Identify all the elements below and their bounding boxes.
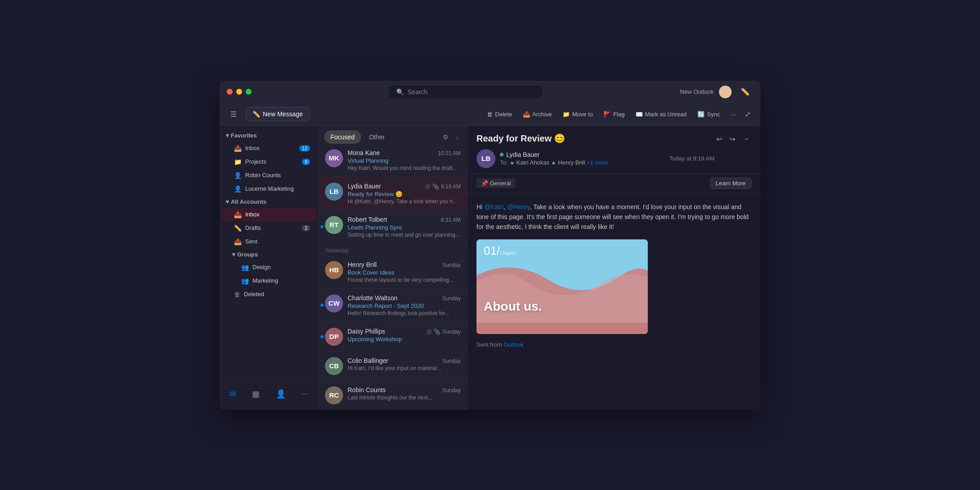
- other-tab[interactable]: Other: [363, 130, 391, 144]
- message-item[interactable]: MK Mona Kane 10:21 AM Virtual Planning H…: [319, 144, 467, 177]
- sent-icon: 📤: [234, 238, 242, 245]
- message-content: Mona Kane 10:21 AM Virtual Planning Hey …: [348, 149, 461, 171]
- archive-button[interactable]: 📥 Archive: [518, 108, 556, 120]
- archive-icon: 📥: [523, 111, 530, 118]
- message-time: Sunday: [442, 358, 461, 364]
- compose-icon-btn[interactable]: ✏️: [737, 85, 753, 99]
- message-time: Sunday: [442, 387, 461, 394]
- toolbar: ☰ ✏️ New Message 🗑 Delete 📥 Archive 📁 Mo…: [220, 103, 760, 126]
- message-content: Daisy Phillips @ 📎 Sunday Upcoming Works…: [348, 328, 461, 346]
- mail-nav-button[interactable]: ✉: [226, 385, 240, 403]
- learn-more-button[interactable]: Learn More: [710, 178, 751, 189]
- delete-icon: 🗑: [487, 111, 493, 118]
- reply-back-button[interactable]: ↩: [714, 133, 724, 145]
- mark-unread-button[interactable]: ✉️ Mark as Unread: [631, 108, 691, 120]
- message-item[interactable]: CW Charlotte Waltson Sunday Research Rep…: [319, 289, 467, 322]
- groups-label: Groups: [237, 251, 258, 258]
- reply-all-button[interactable]: ↪: [728, 133, 737, 145]
- message-header: Colin Ballinger Sunday: [348, 357, 461, 364]
- sync-button[interactable]: 🔄 Sync: [693, 108, 724, 120]
- calendar-nav-button[interactable]: ▦: [248, 385, 263, 403]
- sidebar-item-deleted[interactable]: 🗑 Deleted: [221, 288, 316, 301]
- message-preview: Last minute thoughts our the next...: [348, 394, 461, 401]
- sidebar-item-robin[interactable]: 👤 Robin Counts: [221, 169, 316, 182]
- contacts-nav-button[interactable]: 👤: [272, 385, 289, 403]
- message-item[interactable]: HB Henry Brill Sunday Book Cover Ideas F…: [319, 256, 467, 289]
- minimize-button[interactable]: [236, 89, 242, 95]
- sidebar-item-drafts[interactable]: ✏️ Drafts 2: [221, 222, 316, 234]
- message-header: Charlotte Waltson Sunday: [348, 294, 461, 302]
- title-search-area: 🔍 Search: [252, 86, 680, 98]
- user-avatar[interactable]: [719, 86, 732, 98]
- message-item[interactable]: DP Daisy Phillips @ 📎 Sunday Upcoming Wo…: [319, 322, 467, 352]
- maximize-button[interactable]: [246, 89, 252, 95]
- design-group-icon: 👥: [241, 264, 249, 271]
- search-icon: 🔍: [396, 88, 404, 96]
- chapter-number: 01/ Chapter: [484, 245, 516, 256]
- more-actions-button[interactable]: ···: [726, 108, 740, 120]
- all-inbox-label: Inbox: [245, 211, 310, 218]
- all-accounts-section[interactable]: ▾ All Accounts: [220, 196, 318, 208]
- groups-section[interactable]: ▾ Groups: [220, 248, 318, 261]
- outlook-link[interactable]: Outlook: [504, 341, 524, 348]
- hamburger-menu[interactable]: ☰: [227, 107, 240, 121]
- marketing-group-icon: 👥: [241, 277, 249, 284]
- message-icons: @ 📎 9:19 AM: [425, 183, 461, 190]
- message-item[interactable]: CB Colin Ballinger Sunday Hi Katri, I'd …: [319, 352, 467, 381]
- more-recipients-link[interactable]: +1 more: [586, 159, 608, 166]
- forward-button[interactable]: →: [741, 133, 751, 145]
- tab-icon-group: ⚙ ↓: [440, 132, 462, 142]
- move-icon: 📁: [563, 111, 570, 118]
- message-time: Sunday: [442, 329, 461, 335]
- search-bar[interactable]: 🔍 Search: [389, 86, 542, 98]
- projects-label: Projects: [245, 158, 298, 165]
- search-placeholder: Search: [408, 88, 427, 96]
- sidebar-item-lucerne[interactable]: 👤 Lucerne Marketing: [221, 183, 316, 195]
- flag-button[interactable]: 🚩 Flag: [599, 108, 629, 120]
- message-content: Henry Brill Sunday Book Cover Ideas Foun…: [348, 261, 461, 283]
- more-nav-button[interactable]: ···: [298, 385, 312, 403]
- sidebar-item-design[interactable]: 👥 Design: [221, 261, 316, 274]
- katri-name: Katri Ahokas: [517, 159, 550, 166]
- message-time: Sunday: [442, 262, 461, 268]
- focused-tab[interactable]: Focused: [324, 130, 361, 144]
- delete-button[interactable]: 🗑 Delete: [482, 108, 517, 120]
- move-to-button[interactable]: 📁 Move to: [558, 108, 597, 120]
- message-content: Lydia Bauer @ 📎 9:19 AM Ready for Review…: [348, 183, 461, 205]
- avatar: RC: [325, 386, 343, 404]
- message-item[interactable]: LB Lydia Bauer @ 📎 9:19 AM Ready for Rev…: [319, 177, 467, 211]
- inbox-badge: 12: [299, 145, 310, 151]
- new-message-label: New Message: [263, 110, 303, 118]
- email-timestamp: Today at 9:19 AM: [669, 155, 714, 162]
- sender-info: Lydia Bauer To: Katri Ahokas Henry Brill…: [500, 151, 665, 166]
- sidebar-item-all-inbox[interactable]: 📥 Inbox: [221, 208, 316, 221]
- avatar: CW: [325, 294, 343, 312]
- chapter-number-text: 01/: [484, 245, 500, 256]
- mention-henry: @Henry: [507, 203, 530, 211]
- favorites-section[interactable]: ▾ Favorites: [220, 129, 318, 142]
- image-card: 01/ Chapter About us.: [476, 239, 648, 334]
- expand-button[interactable]: ⤢: [742, 107, 753, 121]
- sender-name: Robert Tolbert: [348, 216, 387, 223]
- message-items: MK Mona Kane 10:21 AM Virtual Planning H…: [319, 144, 467, 410]
- message-subject: Upcoming Workshop: [348, 336, 461, 343]
- projects-badge: 8: [302, 159, 310, 165]
- message-item[interactable]: RT Robert Tolbert 8:31 AM Leads Planning…: [319, 211, 467, 244]
- marketing-label: Marketing: [252, 277, 310, 284]
- sent-from-line: Sent from Outlook: [476, 341, 751, 348]
- new-message-button[interactable]: ✏️ New Message: [246, 107, 310, 121]
- avatar: DP: [325, 328, 343, 346]
- sidebar-item-marketing[interactable]: 👥 Marketing: [221, 275, 316, 287]
- email-meta: LB Lydia Bauer To: Katri Ahokas: [476, 149, 714, 168]
- tag-pin-icon: 📌: [481, 180, 488, 187]
- sort-icon-btn[interactable]: ↓: [453, 132, 462, 142]
- filter-icon-btn[interactable]: ⚙: [440, 132, 451, 142]
- projects-icon: 📁: [234, 158, 242, 165]
- message-item[interactable]: RC Robin Counts Sunday Last minute thoug…: [319, 381, 467, 410]
- sidebar-item-projects[interactable]: 📁 Projects 8: [221, 156, 316, 168]
- sidebar-item-sent[interactable]: 📤 Sent: [221, 235, 316, 248]
- sidebar-item-inbox[interactable]: 📥 Inbox 12: [221, 142, 316, 155]
- message-header: Henry Brill Sunday: [348, 261, 461, 268]
- email-subject: Ready for Review 😊: [476, 133, 714, 144]
- close-button[interactable]: [227, 89, 233, 95]
